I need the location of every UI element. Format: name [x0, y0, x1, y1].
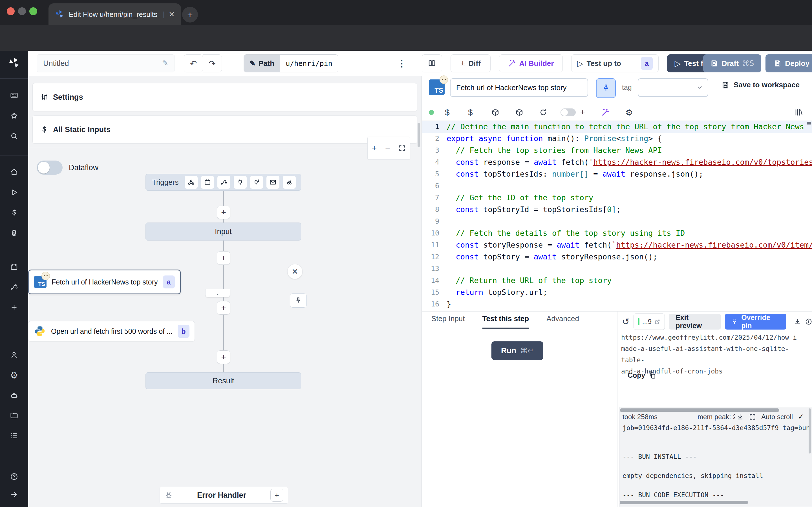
code-line[interactable]: 7 // Get the ID of the top story — [422, 192, 812, 204]
download-logs-icon[interactable] — [737, 413, 744, 420]
sidebar-item-variables[interactable] — [0, 205, 28, 220]
sidebar-item-runs[interactable] — [0, 185, 28, 200]
code-editor[interactable]: 1// Define the main function to fetch th… — [422, 121, 812, 312]
override-pin-button[interactable]: Override pin — [725, 314, 786, 330]
add-step-button[interactable]: + — [217, 301, 231, 315]
resource-picker-icon[interactable]: $ — [468, 108, 473, 117]
package-icon[interactable] — [515, 108, 523, 117]
variable-picker-icon[interactable]: $ — [445, 108, 450, 117]
route-trigger-icon[interactable] — [217, 176, 231, 189]
deploy-button[interactable]: Deploy — [765, 54, 812, 72]
code-line[interactable]: 4 const response = await fetch('https://… — [422, 156, 812, 168]
more-options-icon[interactable]: ⋮ — [395, 54, 409, 72]
redo-button[interactable]: ↷ — [203, 54, 222, 72]
reload-icon[interactable] — [539, 108, 548, 117]
code-line[interactable]: 3 // Fetch the top stories from Hacker N… — [422, 145, 812, 156]
exit-preview-button[interactable]: Exit preview — [669, 314, 721, 330]
step-name-input[interactable]: Fetch url of HackerNews top story — [450, 78, 588, 97]
logs-horizontal-scrollbar[interactable] — [620, 408, 779, 412]
external-link-icon[interactable] — [654, 319, 661, 325]
flow-settings-bar[interactable]: Settings — [33, 83, 417, 111]
new-tab-button[interactable]: + — [182, 7, 198, 22]
library-icon[interactable] — [795, 108, 803, 117]
zoom-out-icon[interactable]: − — [385, 144, 390, 153]
test-up-to-button[interactable]: ▷ Test up to a — [571, 54, 659, 72]
editor-settings-gear-icon[interactable]: ⚙ — [625, 108, 633, 117]
pin-toggle-button[interactable] — [596, 78, 616, 98]
code-line[interactable]: 9 — [422, 216, 812, 227]
ai-wand-icon[interactable] — [601, 108, 610, 117]
save-to-workspace-button[interactable]: Save to workspace — [721, 80, 800, 89]
flow-name-field[interactable]: Untitled ✎ — [37, 54, 175, 72]
fit-view-icon[interactable] — [398, 145, 406, 152]
windmill-logo[interactable] — [0, 56, 28, 70]
window-close-button[interactable] — [7, 7, 15, 15]
code-line[interactable]: 5 const topStoriesIds: number[] = await … — [422, 168, 812, 180]
code-line[interactable]: 1// Define the main function to fetch th… — [422, 121, 812, 133]
kafka-trigger-icon[interactable] — [250, 176, 263, 189]
auto-scroll-checkbox[interactable]: ✓ — [798, 412, 804, 421]
sidebar-item-workers[interactable] — [0, 388, 28, 403]
sidebar-item-resources[interactable] — [0, 226, 28, 240]
tag-select[interactable] — [638, 78, 708, 97]
sidebar-item-help[interactable] — [0, 469, 28, 484]
code-line[interactable]: 14 // Return the URL of the top story — [422, 275, 812, 286]
all-static-inputs-bar[interactable]: All Static Inputs — [33, 115, 417, 144]
info-icon[interactable] — [805, 318, 812, 326]
edit-pencil-icon[interactable]: ✎ — [162, 59, 168, 68]
sidebar-item-favorites[interactable] — [0, 108, 28, 123]
copy-result-button[interactable]: Copy — [627, 371, 656, 379]
window-minimize-button[interactable] — [18, 7, 26, 15]
add-error-handler-icon[interactable]: + — [270, 489, 283, 502]
remove-step-icon[interactable]: ✕ — [287, 264, 303, 279]
result-node[interactable]: Result — [146, 372, 301, 389]
docs-book-button[interactable] — [422, 54, 442, 72]
draft-button[interactable]: Draft ⌘S — [703, 54, 761, 72]
plus-minus-icon[interactable]: ± — [580, 108, 585, 117]
sidebar-item-schedules[interactable] — [0, 260, 28, 274]
tab-advanced[interactable]: Advanced — [546, 314, 579, 329]
logs-bottom-scrollbar[interactable] — [620, 501, 748, 504]
collapse-step-chevron-icon[interactable]: ⌄ — [205, 289, 230, 297]
code-line[interactable]: 6 — [422, 180, 812, 192]
step-node-b[interactable]: Open url and fetch first 500 words of ..… — [28, 321, 195, 341]
code-line[interactable]: 16} — [422, 298, 812, 310]
triggers-node[interactable]: Triggers — [146, 174, 301, 191]
canvas-scrollbar[interactable] — [417, 123, 420, 147]
undo-button[interactable]: ↶ — [184, 54, 203, 72]
code-line[interactable]: 10 // Fetch the details of the top story… — [422, 227, 812, 239]
path-button[interactable]: ✎ Path — [244, 55, 280, 72]
dataflow-toggle[interactable] — [37, 161, 63, 175]
schedule-trigger-icon[interactable] — [201, 176, 214, 189]
sidebar-item-add[interactable] — [0, 300, 28, 315]
flow-canvas[interactable]: Settings All Static Inputs Dataflow + − … — [28, 76, 421, 507]
path-group[interactable]: ✎ Path u/henri/pin — [244, 54, 338, 72]
job-badge[interactable]: ...9 — [633, 314, 665, 330]
add-step-button[interactable]: + — [217, 251, 231, 265]
code-line[interactable]: 12 const topStory = await storyResponse.… — [422, 251, 812, 263]
poll-trigger-icon[interactable] — [283, 176, 296, 189]
package-icon[interactable] — [491, 108, 500, 117]
code-line[interactable]: 2export async function main(): Promise<s… — [422, 133, 812, 145]
code-line[interactable]: 15 return topStory.url; — [422, 286, 812, 298]
code-line[interactable]: 11 const storyResponse = await fetch(`ht… — [422, 239, 812, 251]
error-handler-node[interactable]: Error Handler + — [160, 487, 288, 504]
tab-close-icon[interactable]: ✕ — [168, 10, 175, 19]
input-node[interactable]: Input — [146, 223, 301, 240]
diff-mode-toggle[interactable] — [560, 108, 576, 116]
add-step-button[interactable]: + — [217, 206, 231, 219]
sidebar-item-search[interactable] — [0, 129, 28, 144]
tab-step-input[interactable]: Step Input — [432, 314, 465, 329]
logs-vertical-scrollbar[interactable] — [809, 408, 811, 453]
sidebar-item-folders[interactable] — [0, 408, 28, 423]
sidebar-item-home[interactable] — [0, 165, 28, 179]
sidebar-item-users[interactable] — [0, 348, 28, 362]
websocket-trigger-icon[interactable] — [234, 176, 247, 189]
expand-logs-icon[interactable] — [749, 413, 756, 420]
code-line[interactable]: 8 const topStoryId = topStoriesIds[0]; — [422, 204, 812, 216]
sidebar-item-workspace[interactable] — [0, 89, 28, 103]
sidebar-item-audit-logs[interactable] — [0, 429, 28, 443]
diff-button[interactable]: ± Diff — [451, 54, 491, 72]
code-line[interactable]: 13 — [422, 263, 812, 275]
run-button[interactable]: Run ⌘↵ — [492, 341, 543, 360]
